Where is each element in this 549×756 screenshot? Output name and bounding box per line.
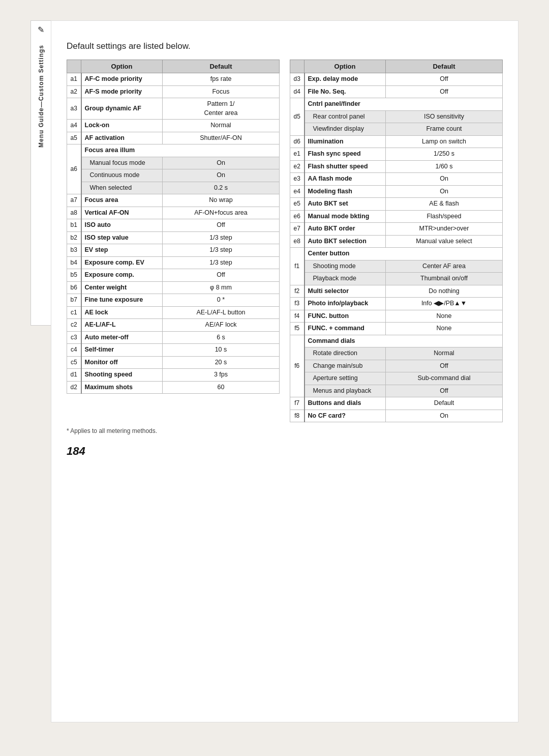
row-code: a7 <box>67 194 81 207</box>
row-option: Photo info/playback <box>304 298 386 310</box>
table-row: Manual focus modeOn <box>67 157 280 169</box>
table-row: e6Manual mode bktingFlash/speed <box>290 210 503 223</box>
table-row: e4Modeling flashOn <box>290 185 503 198</box>
row-sub-default: Off <box>386 385 503 397</box>
row-code: f1 <box>290 248 304 285</box>
table-row: Playback modeThumbnail on/off <box>290 273 503 285</box>
table-row: When selected0.2 s <box>67 182 280 194</box>
table-row: b1ISO autoOff <box>67 219 280 232</box>
table-row: b3EV step1/3 step <box>67 244 280 257</box>
row-option: Fine tune exposure <box>81 294 163 307</box>
row-code: a8 <box>67 207 81 219</box>
row-code: a6 <box>67 144 81 194</box>
row-sub-default: Thumbnail on/off <box>386 273 503 285</box>
row-option: FUNC. + command <box>304 323 386 335</box>
table-row: c2AE-L/AF-LAE/AF lock <box>67 319 280 332</box>
row-code: f7 <box>290 397 304 410</box>
table-row: f3Photo info/playbackInfo ◀▶/PB▲▼ <box>290 298 503 310</box>
table-row: f6Command dials <box>290 335 503 347</box>
right-header-default: Default <box>386 60 503 73</box>
row-option: Illumination <box>304 135 386 148</box>
table-row: d6IlluminationLamp on switch <box>290 135 503 148</box>
row-default: AF-ON+focus area <box>163 207 280 219</box>
row-sub-default: Center AF area <box>386 260 503 273</box>
table-row: a2AF-S mode priorityFocus <box>67 85 280 98</box>
row-option: Focus area <box>81 194 163 207</box>
table-row: d3Exp. delay modeOff <box>290 73 503 86</box>
row-default: None <box>386 310 503 323</box>
row-option: Center weight <box>81 281 163 294</box>
row-default: On <box>386 185 503 198</box>
row-sub-option: Viewfinder display <box>304 123 386 136</box>
row-option: Auto BKT order <box>304 223 386 236</box>
row-sub-default: ISO sensitivity <box>386 110 503 123</box>
row-code: b3 <box>67 244 81 257</box>
row-default: Do nothing <box>386 285 503 298</box>
row-option: EV step <box>81 244 163 257</box>
table-row: f4FUNC. buttonNone <box>290 310 503 323</box>
table-row: e3AA flash modeOn <box>290 173 503 186</box>
table-row: d5Cntrl panel/finder <box>290 98 503 111</box>
row-option: Auto meter-off <box>81 331 163 344</box>
row-code: e7 <box>290 223 304 236</box>
row-default: Off <box>163 269 280 282</box>
row-default: Off <box>386 73 503 86</box>
row-code: f8 <box>290 410 304 422</box>
row-code: c5 <box>67 356 81 369</box>
row-default: Pattern 1/Center area <box>163 98 280 120</box>
row-code: a2 <box>67 85 81 98</box>
row-option: Auto BKT selection <box>304 235 386 248</box>
row-option: Self-timer <box>81 344 163 357</box>
table-row: d2Maximum shots60 <box>67 381 280 394</box>
right-header-code <box>290 60 304 73</box>
row-default: Info ◀▶/PB▲▼ <box>386 298 503 310</box>
table-row: c4Self-timer10 s <box>67 344 280 357</box>
row-sub-option: Manual focus mode <box>81 157 163 169</box>
table-row: d4File No. Seq.Off <box>290 85 503 98</box>
table-row: e8Auto BKT selectionManual value select <box>290 235 503 248</box>
row-option: Monitor off <box>81 356 163 369</box>
table-row: f5FUNC. + commandNone <box>290 323 503 335</box>
row-sub-default: Off <box>386 360 503 372</box>
row-code: d4 <box>290 85 304 98</box>
table-row: e7Auto BKT orderMTR>under>over <box>290 223 503 236</box>
table-row: c3Auto meter-off6 s <box>67 331 280 344</box>
row-option: AE-L/AF-L <box>81 319 163 332</box>
row-default: Shutter/AF-ON <box>163 132 280 144</box>
row-option: AE lock <box>81 306 163 319</box>
row-option: No CF card? <box>304 410 386 422</box>
row-default: 1/3 step <box>163 256 280 269</box>
row-default: 3 fps <box>163 369 280 382</box>
table-row: b4Exposure comp. EV1/3 step <box>67 256 280 269</box>
row-sub-option: Menus and playback <box>304 385 386 397</box>
row-code: f3 <box>290 298 304 310</box>
row-option: Buttons and dials <box>304 397 386 410</box>
table-row: f7Buttons and dialsDefault <box>290 397 503 410</box>
table-row: Shooting modeCenter AF area <box>290 260 503 273</box>
table-row: Viewfinder displayFrame count <box>290 123 503 136</box>
row-option: Modeling flash <box>304 185 386 198</box>
table-row: a3Group dynamic AFPattern 1/Center area <box>67 98 280 120</box>
row-option: Flash shutter speed <box>304 160 386 173</box>
row-default: Manual value select <box>386 235 503 248</box>
table-row: Change main/subOff <box>290 360 503 372</box>
row-default: 10 s <box>163 344 280 357</box>
side-tab: ✎ Menu Guide—Custom Settings <box>30 20 51 326</box>
row-default: 6 s <box>163 331 280 344</box>
row-code: d2 <box>67 381 81 394</box>
row-sub-option: Continuous mode <box>81 169 163 182</box>
row-sub-option: Playback mode <box>304 273 386 285</box>
left-table-section: Option Default a1AF-C mode priorityfps r… <box>67 60 280 394</box>
row-default: AE/AF lock <box>163 319 280 332</box>
row-default: 0 * <box>163 294 280 307</box>
row-code: a5 <box>67 132 81 144</box>
row-sub-option: Change main/sub <box>304 360 386 372</box>
row-code: e3 <box>290 173 304 186</box>
table-row: b5Exposure comp.Off <box>67 269 280 282</box>
row-option: Multi selector <box>304 285 386 298</box>
table-row: f1Center button <box>290 248 503 260</box>
row-code: e1 <box>290 148 304 161</box>
row-sub-option: Rotate direction <box>304 347 386 360</box>
row-option: Exposure comp. <box>81 269 163 282</box>
right-table: Option Default d3Exp. delay modeOffd4Fil… <box>290 60 503 422</box>
